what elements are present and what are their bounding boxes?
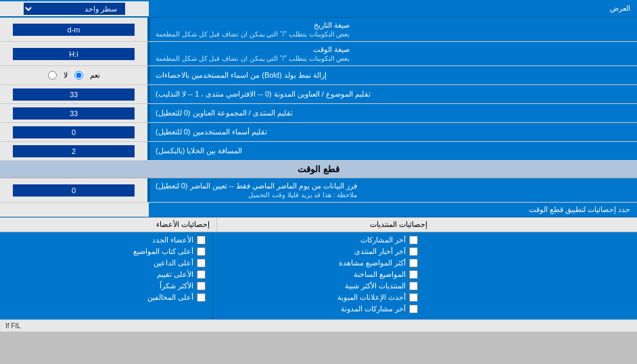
- date-format-input-area: [0, 18, 149, 41]
- topic-title-input-area: [0, 85, 149, 103]
- display-label: العرض: [149, 1, 637, 16]
- bold-remove-radio-area: نعم لا: [0, 66, 149, 84]
- checkbox-blog-posts-label: آخر مشاركات المدونة: [341, 305, 406, 313]
- username-trim-input-area: [0, 123, 149, 141]
- checkbox-most-thanked-label: الأكثر شكراً: [160, 282, 193, 290]
- checkbox-blog-posts[interactable]: [409, 305, 418, 313]
- checkbox-most-viewed[interactable]: [409, 259, 418, 267]
- checkbox-top-writers-label: أعلى كتاب المواضيع: [133, 247, 193, 256]
- username-trim-label: تقليم أسماء المستخدمين (0 للتعطيل): [149, 123, 637, 141]
- cell-spacing-input[interactable]: [13, 145, 135, 157]
- bold-yes-radio[interactable]: [74, 71, 83, 80]
- checkbox-most-similar[interactable]: [409, 282, 418, 290]
- checkbox-latest-classified[interactable]: [409, 293, 418, 302]
- checkbox-top-rated[interactable]: [197, 270, 206, 279]
- checkbox-new-members[interactable]: [197, 236, 206, 244]
- list-item: المواضيع الساخنة: [220, 270, 419, 279]
- cut-time-label: فرز البيانات من يوم الماضر الماضي فقط --…: [149, 178, 637, 202]
- list-item: أكثر المواضيع مشاهدة: [220, 259, 419, 267]
- checkbox-top-inviters[interactable]: [197, 259, 206, 267]
- checkbox-top-violators[interactable]: [197, 293, 206, 302]
- username-trim-input[interactable]: [13, 126, 135, 138]
- date-format-label: صيغة التاريخ بعض التكوينات يتطلب "/" الت…: [149, 18, 637, 41]
- col1-header: إحصائيات الأعضاء: [0, 217, 216, 232]
- time-format-input[interactable]: [13, 48, 135, 60]
- topic-title-label: تقليم الموضوع / العناوين المدونة (0 -- ا…: [149, 85, 637, 103]
- cell-spacing-input-area: [0, 142, 149, 160]
- forum-group-label: تقليم المنتدى / المجموعة العناوين (0 للت…: [149, 104, 637, 122]
- checkboxes-main: آخر المشاركات آخر أخبار المنتدى أكثر الم…: [0, 232, 637, 319]
- checkbox-hot-topics-label: المواضيع الساخنة: [354, 270, 406, 279]
- list-item: أعلى الداعين: [7, 259, 206, 267]
- forum-stats-col: آخر المشاركات آخر أخبار المنتدى أكثر الم…: [212, 232, 425, 319]
- checkbox-last-news[interactable]: [409, 247, 418, 256]
- checkbox-new-members-label: الأعضاء الجدد: [152, 236, 193, 244]
- col2-header: إحصائيات المنتديات: [216, 217, 433, 232]
- checkbox-most-similar-label: المنتديات الأكثر شبية: [345, 282, 406, 290]
- list-item: آخر المشاركات: [220, 236, 419, 244]
- display-select-area: سطر واحد سطرين ثلاثة أسطر: [0, 1, 149, 16]
- list-item: أحدث الإعلانات المبوبة: [220, 293, 419, 302]
- forum-group-input[interactable]: [13, 107, 135, 120]
- checkbox-last-posts-label: آخر المشاركات: [360, 236, 406, 244]
- list-item: المنتديات الأكثر شبية: [220, 282, 419, 290]
- limit-stats-label: حدد إحصائيات لتطبيق قطع الوقت: [149, 203, 637, 217]
- checkbox-top-inviters-label: أعلى الداعين: [154, 259, 193, 267]
- cell-spacing-label: المسافة بين الخلايا (بالبكسل): [149, 142, 637, 160]
- list-item: أعلى المخالفين: [7, 293, 206, 302]
- bold-no-label: لا: [64, 71, 68, 80]
- time-format-label: صيغة الوقت بعض التكوينات يتطلب "/" التي …: [149, 42, 637, 66]
- checkbox-latest-classified-label: أحدث الإعلانات المبوبة: [337, 293, 406, 302]
- checkbox-hot-topics[interactable]: [409, 270, 418, 279]
- checkbox-most-thanked[interactable]: [197, 282, 206, 290]
- topic-title-input[interactable]: [13, 88, 135, 101]
- bold-remove-label: إزالة نمط بولد (Bold) من اسماء المستخدمي…: [149, 66, 637, 84]
- checkbox-most-viewed-label: أكثر المواضيع مشاهدة: [339, 259, 406, 267]
- bold-no-radio[interactable]: [48, 71, 57, 80]
- checkbox-top-violators-label: أعلى المخالفين: [147, 293, 193, 302]
- checkbox-top-rated-label: الأعلى تقييم: [157, 270, 193, 279]
- checkbox-top-writers[interactable]: [197, 247, 206, 256]
- member-stats-col: الأعضاء الجدد أعلى كتاب المواضيع أعلى ال…: [0, 232, 212, 319]
- list-item: آخر مشاركات المدونة: [220, 305, 419, 313]
- list-item: آخر أخبار المنتدى: [220, 247, 419, 256]
- date-format-input[interactable]: [13, 24, 135, 36]
- list-item: الأعلى تقييم: [7, 270, 206, 279]
- checkbox-last-posts[interactable]: [409, 236, 418, 244]
- time-format-input-area: [0, 42, 149, 66]
- cut-time-input[interactable]: [13, 184, 135, 197]
- list-item: أعلى كتاب المواضيع: [7, 247, 206, 256]
- cut-time-input-area: [0, 178, 149, 202]
- forum-group-input-area: [0, 104, 149, 122]
- cut-time-section-header: قطع الوقت: [0, 161, 637, 178]
- list-item: الأعضاء الجدد: [7, 236, 206, 244]
- bold-yes-label: نعم: [90, 71, 100, 80]
- display-select[interactable]: سطر واحد سطرين ثلاثة أسطر: [24, 3, 125, 15]
- if-fil-note: If FIL: [0, 319, 637, 332]
- checkbox-last-news-label: آخر أخبار المنتدى: [354, 247, 406, 256]
- list-item: الأكثر شكراً: [7, 282, 206, 290]
